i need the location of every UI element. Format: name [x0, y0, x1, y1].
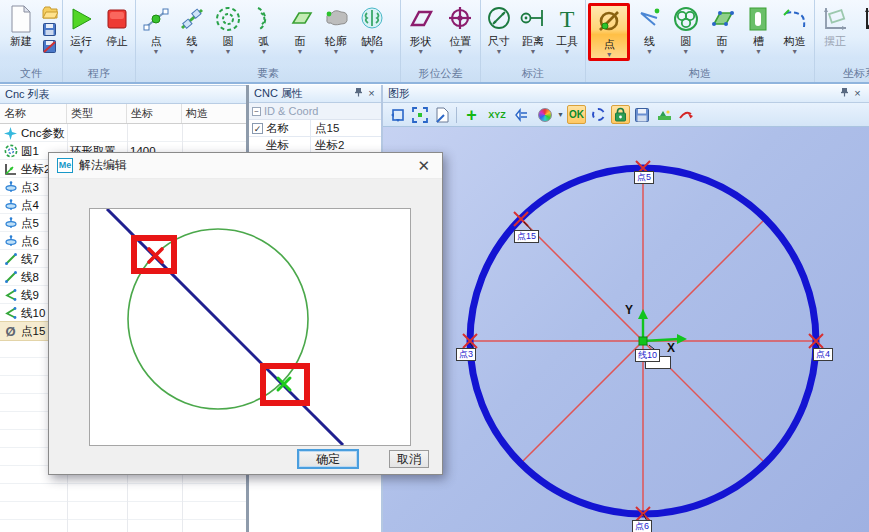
feature-label-line10[interactable]: 线10	[635, 349, 660, 362]
feature-label-point4[interactable]: 点4	[813, 348, 833, 361]
solution-canvas[interactable]	[89, 208, 411, 446]
dropdown-caret: ▼	[755, 48, 762, 55]
xyz-icon[interactable]: XYZ	[484, 105, 510, 124]
feature-label-point15[interactable]: 点15	[514, 230, 539, 243]
dialog-titlebar[interactable]: Me 解法编辑 ✕	[49, 153, 442, 179]
save-as-icon[interactable]	[41, 39, 58, 54]
item-name: 点6	[21, 234, 39, 249]
close-icon[interactable]: ×	[851, 85, 864, 102]
element-point-label: 点	[151, 35, 162, 48]
element-circle-label: 圆	[223, 35, 234, 48]
cancel-button[interactable]: 取消	[389, 450, 429, 468]
column-header-type[interactable]: 类型	[67, 104, 127, 123]
ribbon-group-annotation: 尺寸 ▼ 距离 ▼ T 工具 ▼ 标注	[481, 0, 586, 82]
construct-slot-label: 槽	[753, 35, 764, 48]
properties-group-header[interactable]: − ID & Coord	[249, 103, 383, 120]
fit-view-icon[interactable]	[410, 105, 429, 124]
run-play-icon	[68, 3, 94, 35]
dropdown-caret: ▼	[417, 48, 424, 55]
plus-icon[interactable]: +	[462, 105, 481, 124]
feature-label-point5[interactable]: 点5	[634, 171, 654, 184]
column-header-construct[interactable]: 构造	[182, 104, 246, 123]
ribbon-group-elements: 点 ▼ 线 ▼ 圆 ▼	[136, 0, 401, 82]
page-export-icon[interactable]	[432, 105, 451, 124]
element-profile-button[interactable]: 轮廓 ▼	[318, 3, 354, 55]
property-value[interactable]: 点15	[311, 120, 383, 136]
annotation-size-label: 尺寸	[488, 35, 510, 48]
group-label-coords: 坐标系	[815, 66, 869, 82]
item-name: 点3	[21, 180, 39, 195]
lock-icon[interactable]	[611, 105, 630, 124]
pan-window-icon[interactable]	[388, 105, 407, 124]
stop-button[interactable]: 停止	[101, 3, 133, 48]
properties-titlebar: CNC 属性 ×	[249, 85, 383, 103]
column-header-name[interactable]: 名称	[0, 104, 67, 123]
stop-square-icon	[105, 3, 129, 35]
rotate-arrow-icon[interactable]	[677, 105, 696, 124]
ok-toggle-icon[interactable]: OK	[567, 105, 586, 124]
graphics-toolbar: + XYZ ▼ OK	[383, 103, 869, 127]
legend-icon[interactable]	[655, 105, 674, 124]
element-arc-button[interactable]: 弧 ▼	[246, 3, 282, 55]
construct-face-button[interactable]: 面 ▼	[705, 3, 739, 55]
construct-point-label: 点	[604, 38, 615, 51]
graphics-panel: 图形 × + XYZ ▼ OK	[383, 85, 869, 532]
construct-slot-button[interactable]: 槽 ▼	[741, 3, 775, 55]
tolerance-position-button[interactable]: 位置 ▼	[443, 3, 479, 55]
pin-icon[interactable]	[352, 85, 365, 102]
tolerance-shape-button[interactable]: 形状 ▼	[403, 3, 439, 55]
open-folder-icon[interactable]	[41, 5, 58, 20]
ok-button[interactable]: 确定	[297, 449, 359, 469]
element-line-button[interactable]: 线 ▼	[174, 3, 210, 55]
element-circle-button[interactable]: 圆 ▼	[210, 3, 246, 55]
new-file-button[interactable]: 新建	[2, 3, 40, 48]
dropdown-caret: ▼	[564, 48, 571, 55]
dropdown-caret: ▼	[261, 48, 268, 55]
construct-corner-icon	[781, 3, 809, 35]
item-name: 线8	[21, 270, 39, 285]
annotation-size-button[interactable]: 尺寸 ▼	[483, 3, 515, 55]
close-icon[interactable]: ✕	[413, 157, 434, 175]
dashed-circle-icon[interactable]	[589, 105, 608, 124]
save-view-icon[interactable]	[633, 105, 652, 124]
collapse-icon[interactable]: −	[252, 107, 261, 116]
dropdown-caret: ▼	[297, 48, 304, 55]
cnc-list-title: Cnc 列表	[5, 86, 50, 103]
y-axis-label: Y	[625, 303, 633, 317]
construct-line-button[interactable]: 线 ▼	[632, 3, 666, 55]
column-header-coord[interactable]: 坐标	[127, 104, 182, 123]
graphics-canvas[interactable]: Y X 点5 点15 点3 点4 线10 点6	[383, 127, 869, 532]
item-name: 点4	[21, 198, 39, 213]
save-icon[interactable]	[41, 22, 58, 37]
measure-circle-icon	[214, 3, 242, 35]
close-icon[interactable]: ×	[365, 85, 378, 102]
construct-corner-button[interactable]: 构造 ▼	[778, 3, 812, 55]
construct-point-button[interactable]: 点 ▼	[588, 3, 630, 61]
dropdown-caret: ▼	[606, 51, 613, 58]
element-defect-button[interactable]: 缺陷 ▼	[354, 3, 390, 55]
align-button[interactable]: 摆正	[817, 3, 853, 48]
element-face-button[interactable]: 面 ▼	[282, 3, 318, 55]
feature-label-point6[interactable]: 点6	[632, 520, 652, 532]
annotation-distance-button[interactable]: 距离 ▼	[517, 3, 549, 55]
item-name: 线9	[21, 288, 39, 303]
construct-circle-button[interactable]: 圆 ▼	[669, 3, 703, 55]
group-label-program: 程序	[63, 66, 135, 82]
dropdown-caret[interactable]: ▼	[557, 111, 564, 118]
ribbon: 新建 文件	[0, 0, 869, 84]
swap-arrows-icon[interactable]	[513, 105, 532, 124]
ribbon-group-construction: 点 ▼ 线 ▼ 圆 ▼	[586, 0, 815, 82]
annotation-tool-button[interactable]: T 工具 ▼	[551, 3, 583, 55]
element-point-button[interactable]: 点 ▼	[138, 3, 174, 55]
construct-line-icon	[635, 3, 663, 35]
annotation-tool-label: 工具	[556, 35, 578, 48]
color-wheel-icon[interactable]	[535, 105, 554, 124]
property-value[interactable]: 坐标2	[311, 137, 383, 153]
pin-icon[interactable]	[838, 85, 851, 102]
feature-label-point3[interactable]: 点3	[456, 348, 476, 361]
list-item[interactable]: Cnc参数	[0, 124, 246, 142]
checkbox-checked-icon[interactable]: ✓	[252, 123, 263, 134]
run-button[interactable]: 运行 ▼	[65, 3, 97, 55]
dropdown-caret: ▼	[78, 48, 85, 55]
coordsys-button[interactable]: 坐	[857, 3, 869, 48]
